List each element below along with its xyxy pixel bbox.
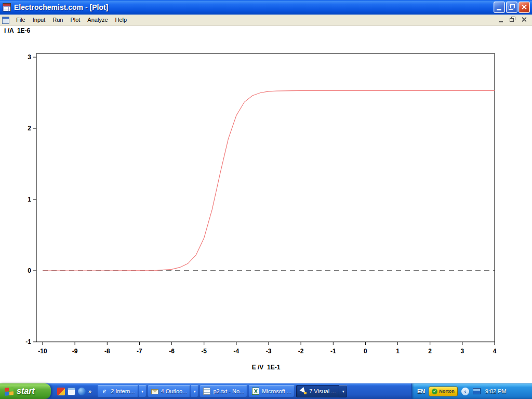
plot-client-area: i /A 1E-6 3210-1-10-9-8-7-6-5-4-3-2-1012… <box>0 26 532 383</box>
window-title: Electrochemist.com - [Plot] <box>14 3 108 11</box>
y-tick-label: 3 <box>28 54 31 61</box>
taskbar-button-label: 7 Visual ... <box>309 388 336 394</box>
outlook-icon <box>151 389 158 394</box>
taskbar-group-dropdown[interactable]: ▾ <box>139 385 147 397</box>
title-bar: Electrochemist.com - [Plot] <box>0 0 532 15</box>
menu-analyze[interactable]: Analyze <box>84 15 111 25</box>
x-tick-label: -7 <box>137 348 142 355</box>
close-icon <box>522 17 527 22</box>
x-tick-label: -2 <box>298 348 304 355</box>
x-tick-label: -9 <box>72 348 78 355</box>
mdi-window-controls <box>498 16 528 23</box>
windows-logo-icon <box>5 387 14 396</box>
internet-explorer-icon: e <box>101 388 108 395</box>
desktop: Electrochemist.com - [Plot] File Input R… <box>0 0 532 399</box>
quick-launch-bar: » <box>51 388 96 395</box>
restore-button[interactable] <box>506 2 517 13</box>
x-axis-title: E /V 1E-1 <box>209 364 323 371</box>
mdi-minimize-button[interactable] <box>498 16 505 23</box>
tray-collapse-chevron[interactable]: ‹ <box>461 388 469 395</box>
taskbar-button-internet-explorer[interactable]: e 2 Intern... <box>98 385 138 397</box>
start-label: start <box>17 387 35 396</box>
taskbar-button-outlook[interactable]: 4 Outloo... <box>148 385 191 397</box>
x-tick-label: -1 <box>330 348 336 355</box>
app-icon[interactable] <box>3 3 11 11</box>
x-tick-label: 0 <box>364 348 367 355</box>
close-button[interactable] <box>518 2 530 13</box>
quick-launch-icon-2[interactable] <box>68 388 75 395</box>
y-tick-label: -1 <box>25 338 31 345</box>
y-axis-title: i /A 1E-6 <box>4 27 30 34</box>
notepad-icon <box>203 388 210 395</box>
taskbar-button-visual-studio[interactable]: 7 Visual ... <box>296 385 339 397</box>
excel-icon: X <box>252 388 259 395</box>
x-tick-label: 1 <box>396 348 400 355</box>
plot-svg: 3210-1-10-9-8-7-6-5-4-3-2-101234 <box>0 26 532 383</box>
restore-icon <box>510 17 515 22</box>
data-curve <box>43 90 495 271</box>
x-tick-label: -10 <box>38 348 47 355</box>
child-window-icon[interactable] <box>2 17 9 24</box>
taskbar-button-label: 2 Intern... <box>111 388 135 394</box>
x-tick-label: 2 <box>428 348 432 355</box>
menu-run[interactable]: Run <box>49 15 66 25</box>
taskbar-group-dropdown[interactable]: ▾ <box>339 385 347 397</box>
y-tick-label: 0 <box>28 267 31 274</box>
plot-frame <box>36 54 495 342</box>
taskbar-button-notepad[interactable]: p2.txt - No... <box>200 385 247 397</box>
x-tick-label: -5 <box>201 348 207 355</box>
language-indicator[interactable]: EN <box>417 388 425 394</box>
y-tick-label: 1 <box>28 196 31 203</box>
taskbar-button-label: Microsoft ... <box>262 388 291 394</box>
check-icon: ✓ <box>432 389 437 394</box>
taskbar-button-label: p2.txt - No... <box>213 388 244 394</box>
mdi-close-button[interactable] <box>521 16 528 23</box>
x-tick-label: 3 <box>461 348 464 355</box>
taskbar-button-excel[interactable]: X Microsoft ... <box>249 385 295 397</box>
menu-plot[interactable]: Plot <box>66 15 84 25</box>
mdi-restore-button[interactable] <box>509 16 516 23</box>
taskbar: start » e 2 Intern... ▾ 4 Outloo... ▾ <box>0 383 532 399</box>
x-tick-label: -3 <box>266 348 272 355</box>
start-button[interactable]: start <box>0 383 51 399</box>
minimize-icon <box>497 9 501 10</box>
x-tick-label: 4 <box>493 348 497 355</box>
restore-icon <box>509 4 515 10</box>
taskbar-button-label: 4 Outloo... <box>161 388 188 394</box>
quick-launch-overflow-chevron[interactable]: » <box>88 388 91 394</box>
menu-file[interactable]: File <box>12 15 29 25</box>
quick-launch-icon-3[interactable] <box>78 388 86 395</box>
clock[interactable]: 9:02 PM <box>485 388 507 394</box>
norton-antivirus-icon[interactable]: ✓ Norton <box>429 387 458 396</box>
x-tick-label: -6 <box>169 348 175 355</box>
menu-help[interactable]: Help <box>112 15 131 25</box>
minimize-icon <box>499 21 503 22</box>
quick-launch-icon-1[interactable] <box>57 388 65 395</box>
close-icon <box>522 4 527 10</box>
visual-studio-icon <box>299 388 307 395</box>
system-tray: EN ✓ Norton ‹ 9:02 PM <box>411 383 532 399</box>
norton-label: Norton <box>439 389 455 394</box>
window-controls <box>494 2 530 13</box>
minimize-button[interactable] <box>494 2 505 13</box>
taskbar-group-dropdown[interactable]: ▾ <box>191 385 198 397</box>
menu-input[interactable]: Input <box>29 15 49 25</box>
x-tick-label: -8 <box>104 348 110 355</box>
network-icon[interactable] <box>473 388 481 394</box>
y-tick-label: 2 <box>28 125 31 132</box>
x-tick-label: -4 <box>234 348 240 355</box>
menu-bar: File Input Run Plot Analyze Help <box>0 15 532 26</box>
